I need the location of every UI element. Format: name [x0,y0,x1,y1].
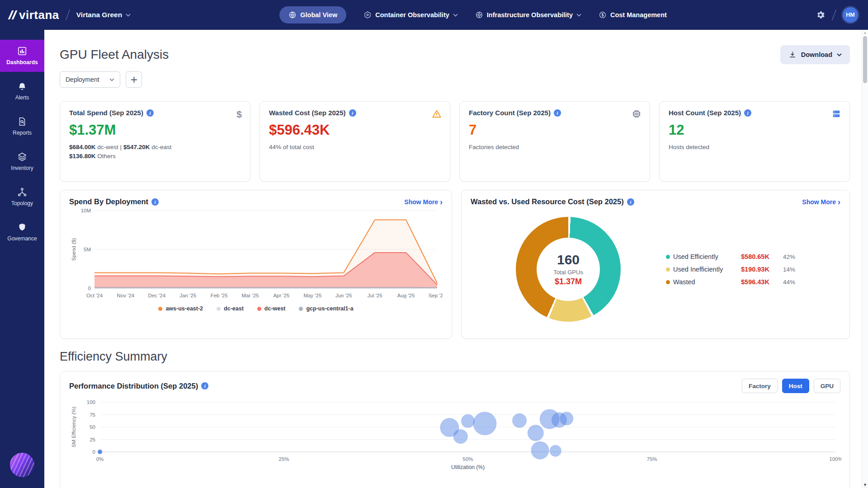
download-button[interactable]: Download [780,45,850,64]
virtana-logo-mark [10,10,15,19]
nav-container-observability-label: Container Observability [375,11,449,19]
svg-text:100: 100 [87,399,95,405]
legend-item[interactable]: gcp-us-central1-a [299,305,353,312]
spend-show-more-link[interactable]: Show More › [404,198,443,206]
workspace-selector[interactable]: Virtana Green [76,11,131,19]
spend-chart-legend: aws-us-east-2 dc-east dc-west gcp-us-cen… [69,305,443,312]
main-content: GPU Fleet Analysis Download Deployment [44,30,862,488]
info-icon[interactable] [744,109,751,117]
chip-icon [632,109,642,119]
nav-cost-management[interactable]: Cost Management [599,11,667,19]
gpu-donut-chart: 160 Total GPUs $1.37M [516,217,621,322]
dashboards-icon [17,46,27,56]
left-sidebar: Dashboards Alerts Reports Inventory Topo… [0,30,44,488]
container-icon [363,11,372,19]
gpu-toggle-button[interactable]: GPU [814,379,840,393]
shield-icon [17,222,27,232]
settings-gear-button[interactable] [816,10,826,20]
chart-title: Spend By Deployment [69,197,148,206]
nav-global-view-label: Global View [300,11,337,19]
nav-divider [832,9,837,20]
nav-infrastructure-observability[interactable]: Infrastructure Observability [475,11,581,19]
svg-text:Oct '24: Oct '24 [86,293,103,298]
globe-icon [288,11,297,19]
kpi-value: $596.43K [269,122,441,138]
sidebar-item-label: Dashboards [6,59,38,66]
deployment-select[interactable]: Deployment [60,71,120,88]
svg-text:Utilization (%): Utilization (%) [451,464,485,470]
kpi-subtext: Factories detected [469,143,641,152]
warning-triangle-icon [432,109,442,119]
svg-text:May '25: May '25 [303,293,321,298]
legend-item[interactable]: aws-us-east-2 [158,305,203,312]
kpi-title: Factory Count (Sep 2025) [469,109,551,117]
info-icon[interactable] [554,109,561,117]
sidebar-item-reports[interactable]: Reports [0,110,44,142]
svg-text:50%: 50% [462,456,473,462]
legend-item[interactable]: dc-east [217,305,244,312]
scrollbar-thumb[interactable] [863,36,867,83]
nav-cost-management-label: Cost Management [610,11,667,19]
plus-icon [131,76,137,83]
sidebar-item-label: Reports [13,130,32,136]
nav-global-view[interactable]: Global View [279,6,346,23]
nav-right-group: HM [816,7,858,23]
infrastructure-icon [475,11,483,19]
waste-show-more-link[interactable]: Show More › [802,198,840,206]
legend-item[interactable]: Used Efficiently $580.65K 42% [666,253,795,260]
nav-infrastructure-observability-label: Infrastructure Observability [487,11,573,19]
scrollbar-up-arrow[interactable]: ▲ [862,31,868,35]
svg-text:0: 0 [93,449,95,455]
chevron-down-icon [109,78,114,81]
workspace-name: Virtana Green [76,11,122,19]
svg-text:Spend ($): Spend ($) [71,238,76,261]
vertical-scrollbar[interactable]: ▲ ▼ [862,30,868,488]
nav-container-observability[interactable]: Container Observability [363,11,458,19]
svg-text:Jul '25: Jul '25 [368,293,382,298]
svg-text:Apr '25: Apr '25 [273,293,289,298]
brand-name: virtana [19,8,59,22]
topology-icon [17,187,27,197]
sidebar-item-governance[interactable]: Governance [0,216,44,248]
svg-text:75%: 75% [646,456,657,462]
svg-text:Jun '25: Jun '25 [335,293,352,298]
host-toggle-button[interactable]: Host [782,379,809,393]
spend-area-chart: 05M10MOct '24Nov '24Dec '24Jan '25Feb '2… [69,206,443,304]
svg-text:SM Efficiency (%): SM Efficiency (%) [71,407,76,448]
chevron-down-icon [837,53,842,56]
sidebar-item-topology[interactable]: Topology [0,181,44,213]
svg-text:5M: 5M [84,247,91,252]
perf-scope-toggle: Factory Host GPU [742,379,840,393]
info-icon[interactable] [146,109,154,117]
sidebar-item-alerts[interactable]: Alerts [0,75,44,107]
user-avatar[interactable]: HM [843,7,858,23]
svg-text:0%: 0% [96,456,104,462]
sidebar-item-inventory[interactable]: Inventory [0,145,44,178]
efficiency-summary-heading: Efficiency Summary [60,350,850,364]
add-filter-button[interactable] [126,71,142,88]
virtana-logo[interactable]: virtana [10,8,59,22]
info-icon[interactable] [201,382,208,389]
download-icon [788,51,797,59]
info-icon[interactable] [151,198,159,206]
chevron-down-icon [453,14,458,17]
svg-text:50: 50 [90,424,95,430]
legend-item[interactable]: Used Inefficiently $190.93K 14% [666,266,795,273]
legend-dot [666,255,670,259]
scrollbar-down-arrow[interactable]: ▼ [862,483,868,487]
kpi-subtext: 44% of total cost [269,143,441,152]
chevron-right-icon: › [440,198,443,206]
kpi-card-total-spend: Total Spend (Sep 2025) $1.37M $684.00K d… [60,101,250,182]
sidebar-item-label: Topology [11,200,33,206]
factory-toggle-button[interactable]: Factory [742,379,778,393]
spend-by-deployment-card: Spend By Deployment Show More › 05M10MOc… [60,190,452,339]
kpi-title: Wasted Cost (Sep 2025) [269,109,346,117]
svg-text:Sep '25: Sep '25 [429,293,443,298]
virtana-orb-logo[interactable] [10,453,34,477]
info-icon[interactable] [349,109,356,117]
legend-item[interactable]: dc-west [257,305,286,312]
info-icon[interactable] [627,198,634,206]
kpi-card-wasted-cost: Wasted Cost (Sep 2025) $596.43K 44% of t… [259,101,450,182]
sidebar-item-dashboards[interactable]: Dashboards [0,40,44,72]
legend-item[interactable]: Wasted $596.43K 44% [666,278,795,286]
